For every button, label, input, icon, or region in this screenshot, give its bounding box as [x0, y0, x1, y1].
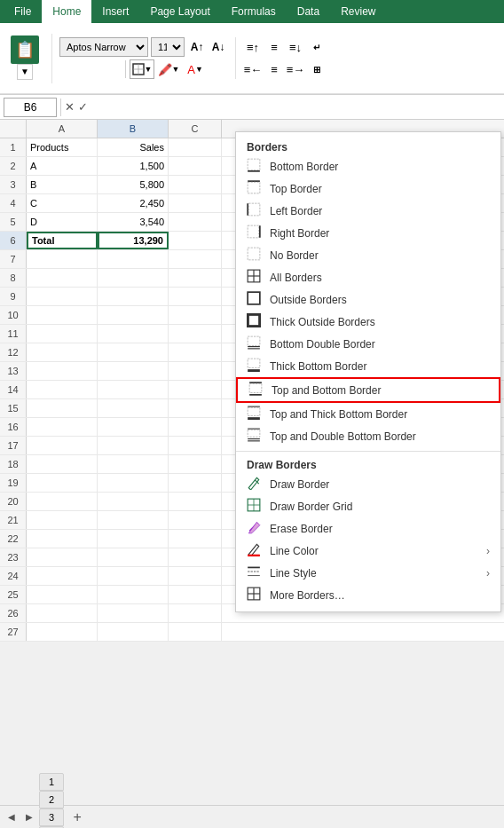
cell-c19[interactable]	[169, 474, 222, 492]
cell-c20[interactable]	[169, 493, 222, 510]
formula-input[interactable]	[91, 99, 500, 115]
sheet-nav-left[interactable]: ◀	[4, 809, 20, 825]
border-item-no-border[interactable]: No Border	[236, 244, 500, 266]
cell-c9[interactable]	[169, 288, 222, 305]
cell-c18[interactable]	[169, 455, 222, 473]
sheet-nav-right[interactable]: ▶	[21, 809, 37, 825]
cell-b13[interactable]	[98, 362, 169, 380]
cell-b26[interactable]	[98, 604, 169, 622]
tab-home[interactable]: Home	[42, 0, 91, 23]
cell-c25[interactable]	[169, 586, 222, 603]
decrease-font-button[interactable]: A↓	[209, 37, 228, 57]
cell-a6[interactable]: Total	[27, 232, 98, 249]
cell-c1[interactable]	[169, 138, 222, 156]
cell-a22[interactable]	[27, 530, 98, 548]
align-left-button[interactable]: ≡←	[243, 59, 263, 79]
border-item-all-borders[interactable]: All Borders	[236, 266, 500, 288]
cell-b6[interactable]: 13,290	[98, 232, 169, 249]
draw-item-draw-border-grid[interactable]: Draw Border Grid	[236, 495, 500, 517]
cell-b8[interactable]	[98, 269, 169, 287]
tab-page-layout[interactable]: Page Layout	[139, 0, 220, 23]
cell-b10[interactable]	[98, 306, 169, 324]
draw-item-draw-border[interactable]: Draw Border	[236, 473, 500, 495]
draw-item-line-color[interactable]: Line Color ›	[236, 540, 500, 562]
paste-dropdown[interactable]: ▼	[17, 64, 33, 80]
cell-b14[interactable]	[98, 381, 169, 398]
align-bottom-button[interactable]: ≡↓	[286, 37, 305, 57]
cell-b12[interactable]	[98, 343, 169, 361]
cell-b1[interactable]: Sales	[98, 138, 169, 156]
cell-b27[interactable]	[98, 623, 169, 641]
border-item-outside-borders[interactable]: Outside Borders	[236, 288, 500, 311]
cell-a18[interactable]	[27, 455, 98, 473]
cell-b22[interactable]	[98, 530, 169, 548]
cell-a8[interactable]	[27, 269, 98, 287]
cell-c2[interactable]	[169, 157, 222, 175]
align-center-button[interactable]: ≡	[264, 59, 284, 79]
tab-data[interactable]: Data	[287, 0, 330, 23]
cell-a17[interactable]	[27, 437, 98, 454]
border-item-bottom-border[interactable]: Bottom Border	[236, 155, 500, 177]
add-sheet-button[interactable]: +	[69, 809, 85, 825]
align-top-button[interactable]: ≡↑	[243, 37, 263, 57]
cell-a25[interactable]	[27, 586, 98, 603]
cell-c11[interactable]	[169, 325, 222, 343]
cell-a9[interactable]	[27, 288, 98, 305]
cell-a10[interactable]	[27, 306, 98, 324]
paste-button[interactable]: 📋 ▼	[5, 34, 44, 83]
cell-b19[interactable]	[98, 474, 169, 492]
cell-c14[interactable]	[169, 381, 222, 398]
border-item-top-border[interactable]: Top Border	[236, 177, 500, 200]
border-item-top-and-bottom-border[interactable]: Top and Bottom Border	[236, 377, 500, 403]
cell-c13[interactable]	[169, 362, 222, 380]
cell-b18[interactable]	[98, 455, 169, 473]
wrap-text-button[interactable]: ↵	[307, 37, 327, 57]
draw-item-erase-border[interactable]: Erase Border	[236, 517, 500, 540]
borders-button[interactable]: ▼	[130, 59, 154, 79]
cell-a16[interactable]	[27, 418, 98, 436]
cell-c10[interactable]	[169, 306, 222, 324]
cell-c16[interactable]	[169, 418, 222, 436]
cell-c26[interactable]	[169, 604, 222, 622]
col-header-b[interactable]: B	[98, 120, 169, 138]
increase-font-button[interactable]: A↑	[187, 37, 207, 57]
cell-a2[interactable]: A	[27, 157, 98, 175]
cell-a1[interactable]: Products	[27, 138, 98, 156]
cell-a27[interactable]	[27, 623, 98, 641]
align-right-button[interactable]: ≡→	[286, 59, 305, 79]
cell-b9[interactable]	[98, 288, 169, 305]
cell-b20[interactable]	[98, 493, 169, 510]
cell-reference-input[interactable]	[4, 98, 57, 117]
cell-a19[interactable]	[27, 474, 98, 492]
col-header-a[interactable]: A	[27, 120, 98, 138]
cell-b3[interactable]: 5,800	[98, 176, 169, 193]
font-name-select[interactable]: Aptos Narrow	[59, 37, 148, 57]
cell-b16[interactable]	[98, 418, 169, 436]
cell-b2[interactable]: 1,500	[98, 157, 169, 175]
cell-a21[interactable]	[27, 511, 98, 529]
cell-a26[interactable]	[27, 604, 98, 622]
tab-formulas[interactable]: Formulas	[221, 0, 287, 23]
sheet-tab-2[interactable]: 2	[39, 791, 64, 808]
cell-a11[interactable]	[27, 325, 98, 343]
cell-c5[interactable]	[169, 213, 222, 231]
cell-a23[interactable]	[27, 548, 98, 566]
cell-b15[interactable]	[98, 399, 169, 417]
cell-b24[interactable]	[98, 567, 169, 585]
italic-button[interactable]	[81, 59, 100, 79]
tab-review[interactable]: Review	[330, 0, 386, 23]
border-item-thick-outside-borders[interactable]: Thick Outside Borders	[236, 311, 500, 333]
cell-b21[interactable]	[98, 511, 169, 529]
tab-insert[interactable]: Insert	[91, 0, 139, 23]
draw-item-more-borders[interactable]: More Borders…	[236, 584, 500, 606]
cell-c24[interactable]	[169, 567, 222, 585]
draw-item-line-style[interactable]: Line Style ›	[236, 562, 500, 584]
cell-a3[interactable]: B	[27, 176, 98, 193]
merge-button[interactable]: ⊞	[307, 59, 327, 79]
border-item-thick-bottom-border[interactable]: Thick Bottom Border	[236, 355, 500, 377]
cell-c6[interactable]	[169, 232, 222, 249]
cell-a4[interactable]: C	[27, 194, 98, 212]
cell-c22[interactable]	[169, 530, 222, 548]
cell-b17[interactable]	[98, 437, 169, 454]
cell-c17[interactable]	[169, 437, 222, 454]
